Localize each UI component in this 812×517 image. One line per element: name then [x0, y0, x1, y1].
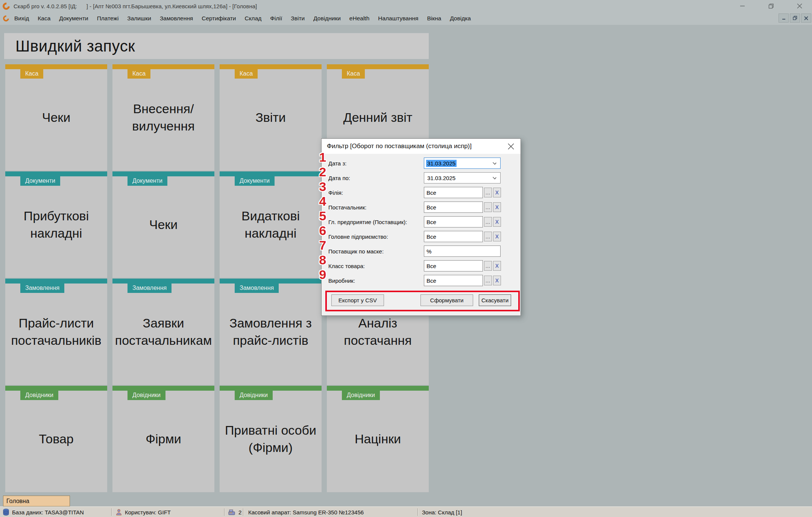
menu-item-nalashtuvannia[interactable]: Налаштування [377, 14, 419, 23]
filter-row-postachalnyk: Постачальник: Все … X [322, 202, 521, 213]
status-cash-device: Касовий апарат: Samsung ER-350 №123456 [248, 507, 364, 517]
gl-predpriyatie-field[interactable]: Все [424, 216, 483, 227]
dialog-close-button[interactable] [502, 139, 519, 154]
tile-title: Націнки [327, 386, 429, 492]
tile-firmy[interactable]: Довідники Фірми [112, 386, 214, 492]
mdi-close-button[interactable] [801, 14, 811, 23]
tile-vydatkovi-nakladni[interactable]: Документи Видаткові накладні [220, 171, 322, 278]
field-label: Виробник: [328, 277, 355, 284]
browse-button[interactable]: … [484, 202, 492, 212]
clear-button[interactable]: X [493, 261, 501, 271]
date-to-combobox[interactable]: 31.03.2025 [424, 172, 501, 183]
clear-button[interactable]: X [493, 276, 501, 285]
status-zone-label: Зона: Склад [1] [422, 509, 462, 515]
menu-item-vikna[interactable]: Вікна [426, 14, 442, 23]
filter-dialog-titlebar[interactable]: Фильтр [Оборот по поставщикам (столица и… [322, 139, 521, 154]
cancel-button[interactable]: Скасувати [479, 294, 511, 306]
status-zone: Зона: Склад [1] [422, 507, 462, 517]
tile-title: Чеки [112, 171, 214, 278]
window-minimize-button[interactable] [737, 1, 748, 11]
field-label: Дата з: [328, 160, 346, 167]
menu-item-ehealth[interactable]: eHealth [349, 14, 370, 23]
tile-tovar[interactable]: Довідники Товар [5, 386, 107, 492]
vyrobnyk-field[interactable]: Все [424, 275, 483, 286]
menu-item-zamovlennia[interactable]: Замовлення [159, 14, 194, 23]
database-icon [3, 509, 9, 515]
menu-item-filii[interactable]: Філії [269, 14, 283, 23]
annotation-number-6: 6 [315, 223, 330, 238]
postachalnyk-field[interactable]: Все [424, 202, 483, 213]
filter-row-vyrobnyk: Виробник: Все … X [322, 275, 521, 286]
menu-item-dovidka[interactable]: Довідка [449, 14, 472, 23]
date-from-value: 31.03.2025 [426, 160, 457, 167]
annotation-number-8: 8 [315, 253, 330, 267]
browse-button[interactable]: … [484, 217, 492, 227]
tile-title: Заявки постачальникам [112, 279, 214, 385]
tile-prais-lysty-postachalnykiv[interactable]: Замовлення Прайс-листи постачальників [5, 279, 107, 385]
annotation-number-7: 7 [315, 238, 330, 253]
menu-item-kasa[interactable]: Каса [37, 14, 51, 23]
annotation-number-9: 9 [315, 267, 330, 282]
browse-button[interactable]: … [484, 188, 492, 197]
tab-holovna[interactable]: Головна [3, 496, 70, 506]
klass-tovara-field[interactable]: Все [424, 260, 483, 271]
status-separator [224, 508, 225, 516]
holovne-pidpryiemstvo-field[interactable]: Все [424, 231, 483, 242]
chevron-down-icon[interactable] [493, 161, 496, 165]
field-label: Гл. предприятие (Поставщик): [328, 219, 407, 225]
browse-button[interactable]: … [484, 276, 492, 285]
menu-item-dokumenty[interactable]: Документи [58, 14, 89, 23]
tile-pryvatni-osoby[interactable]: Довідники Приватні особи (Фірми) [220, 386, 322, 492]
clear-button[interactable]: X [493, 188, 501, 197]
menu-item-platezhi[interactable]: Платежі [96, 14, 120, 23]
tile-title: Приватні особи (Фірми) [220, 386, 322, 492]
filter-row-filiia: Філія: Все … X [322, 187, 521, 198]
status-separator [417, 508, 418, 516]
browse-button[interactable]: … [484, 232, 492, 241]
filter-row-postavshchik-po-maske: Поставщик по маске: % [322, 246, 521, 257]
tile-zaiavky-postachalnykam[interactable]: Замовлення Заявки постачальникам [112, 279, 214, 385]
menu-item-sertyfikaty[interactable]: Сертифікати [201, 14, 237, 23]
tile-title: Видаткові накладні [220, 171, 322, 278]
date-from-combobox[interactable]: 31.03.2025 [424, 158, 501, 169]
chevron-down-icon[interactable] [493, 176, 496, 179]
tile-zamovlennia-z-prais-lystiv[interactable]: Замовлення Замовлення з прайс-листів [220, 279, 322, 385]
tile-natsinky[interactable]: Довідники Націнки [327, 386, 429, 492]
menu-item-vykhid[interactable]: Вихід [14, 14, 30, 23]
menu-item-zalyshky[interactable]: Залишки [126, 14, 152, 23]
window-title: Скарб pro v. 4.0.2.85 [ІД: ] - [Апт №003… [14, 3, 257, 9]
tile-prybutkovi-nakladni[interactable]: Документи Прибуткові накладні [5, 171, 107, 278]
tile-cheky-kasa[interactable]: Каса Чеки [5, 64, 107, 171]
menu-item-sklad[interactable]: Склад [244, 14, 262, 23]
tile-cheky-dokumenty[interactable]: Документи Чеки [112, 171, 214, 278]
filter-dialog-title: Фильтр [Оборот по поставщикам (столица и… [322, 143, 472, 150]
annotation-number-5: 5 [315, 209, 330, 223]
window-restore-button[interactable] [765, 1, 777, 11]
status-register-count-label: 2 [238, 509, 241, 515]
annotation-number-4: 4 [315, 194, 330, 209]
menu-item-dovidnyky[interactable]: Довідники [313, 14, 341, 23]
export-csv-button[interactable]: Експорт у CSV [331, 294, 384, 306]
tile-zvity[interactable]: Каса Звіти [220, 64, 322, 171]
window-titlebar: Скарб pro v. 4.0.2.85 [ІД: ] - [Апт №003… [0, 0, 812, 12]
clear-button[interactable]: X [493, 217, 501, 227]
menu-item-zvity[interactable]: Звіти [290, 14, 305, 23]
mask-field[interactable]: % [424, 246, 501, 257]
filiia-field[interactable]: Все [424, 187, 483, 198]
tile-vnesennia-vyluchennia[interactable]: Каса Внесення/вилучення [112, 64, 214, 171]
status-separator [243, 508, 244, 516]
field-label: Дата по: [328, 175, 350, 181]
mdi-restore-button[interactable] [790, 14, 800, 23]
window-close-button[interactable] [794, 1, 805, 11]
tile-title: Чеки [5, 64, 107, 171]
generate-button[interactable]: Сформувати [420, 294, 473, 306]
clear-button[interactable]: X [493, 232, 501, 241]
tile-title: Звіти [220, 64, 322, 171]
filter-row-gl-predpriyatie: Гл. предприятие (Поставщик): Все … X [322, 216, 521, 227]
mdi-minimize-button[interactable] [779, 14, 789, 23]
menu-bar: Вихід Каса Документи Платежі Залишки Зам… [0, 12, 812, 25]
tile-title: Замовлення з прайс-листів [220, 279, 322, 385]
clear-button[interactable]: X [493, 202, 501, 212]
browse-button[interactable]: … [484, 261, 492, 271]
date-to-value: 31.03.2025 [426, 174, 457, 182]
